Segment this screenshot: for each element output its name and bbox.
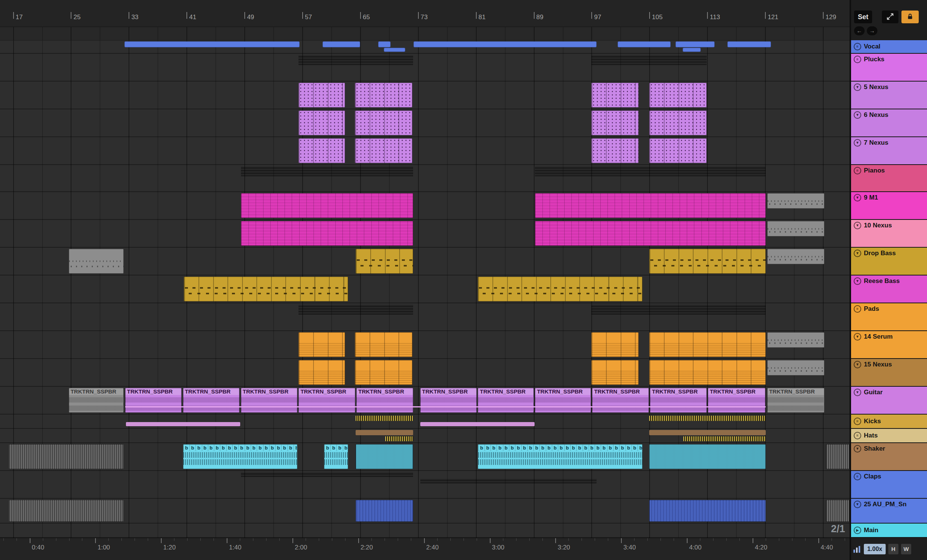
menu-icon[interactable]: ≡ bbox=[854, 56, 861, 63]
clip-vocal[interactable] bbox=[322, 41, 360, 47]
clip-vocal[interactable] bbox=[378, 41, 391, 47]
clip-guitar[interactable]: TRKTRN_SSPBR bbox=[535, 388, 591, 413]
clip-guitar[interactable]: TRKTRN_SSPBR bbox=[356, 388, 413, 413]
height-zoom-button[interactable]: H bbox=[888, 544, 898, 554]
track-header-guitar[interactable]: ▼Guitar bbox=[851, 387, 927, 414]
forward-button[interactable]: → bbox=[867, 26, 877, 35]
clip-10-nexus[interactable] bbox=[241, 221, 413, 246]
menu-icon[interactable]: ≡ bbox=[854, 43, 861, 50]
clip-vocal[interactable] bbox=[413, 41, 597, 47]
clip-claps[interactable] bbox=[420, 479, 597, 483]
clip-guitar[interactable]: TRKTRN_SSPBR bbox=[69, 388, 124, 413]
set-button[interactable]: Set bbox=[854, 11, 872, 23]
fold-icon[interactable]: ▼ bbox=[854, 278, 861, 285]
clip-guitar[interactable]: TRKTRN_SSPBR bbox=[650, 388, 706, 413]
clip-guitar[interactable]: TRKTRN_SSPBR bbox=[241, 388, 297, 413]
clip-vocal[interactable] bbox=[384, 48, 405, 52]
fold-icon[interactable]: ▼ bbox=[854, 361, 861, 368]
clip-5-nexus[interactable] bbox=[298, 83, 345, 108]
clip-25-au-pm-sn[interactable] bbox=[356, 500, 413, 522]
clip-kicks[interactable] bbox=[356, 416, 413, 421]
clip-6-nexus[interactable] bbox=[591, 111, 638, 135]
clip-vocal[interactable] bbox=[676, 41, 714, 47]
fold-icon[interactable]: ▼ bbox=[854, 501, 861, 508]
menu-icon[interactable]: ≡ bbox=[854, 167, 861, 175]
clip-9-m1[interactable] bbox=[535, 193, 766, 218]
lock-button[interactable] bbox=[901, 11, 919, 23]
scrub-area[interactable] bbox=[0, 27, 849, 41]
clip-guitar[interactable]: TRKTRN_SSPBR bbox=[478, 388, 534, 413]
clip-14-serum[interactable] bbox=[355, 332, 412, 357]
track-header-vocal[interactable]: ≡Vocal bbox=[851, 40, 927, 54]
clip-guitar[interactable]: TRKTRN_SSPBR bbox=[125, 388, 182, 413]
clip-shaker[interactable] bbox=[649, 444, 766, 469]
bar-ruler[interactable]: 1725334149576573818997105113121129 bbox=[0, 0, 849, 27]
clip-25-au-pm-sn[interactable] bbox=[826, 500, 849, 522]
clip-14-serum[interactable] bbox=[298, 332, 345, 357]
track-header-claps[interactable]: ≡Claps bbox=[851, 471, 927, 499]
clip-15-nexus[interactable] bbox=[649, 360, 766, 385]
fold-icon[interactable]: ▼ bbox=[854, 111, 861, 119]
clip-10-nexus[interactable] bbox=[767, 221, 824, 237]
clip-7-nexus[interactable] bbox=[591, 138, 638, 163]
track-row-plucks[interactable] bbox=[0, 54, 849, 82]
track-header-9-m1[interactable]: ▼9 M1 bbox=[851, 192, 927, 220]
clip-hats[interactable] bbox=[684, 436, 766, 441]
clip-5-nexus[interactable] bbox=[591, 83, 638, 108]
clip-shaker[interactable] bbox=[9, 444, 124, 469]
clip-guitar[interactable]: TRKTRN_SSPBR bbox=[592, 388, 649, 413]
clip-reese-bass[interactable] bbox=[478, 277, 642, 301]
clip-drop-bass[interactable] bbox=[356, 249, 413, 274]
clip-6-nexus[interactable] bbox=[298, 111, 345, 135]
clip-kicks[interactable] bbox=[126, 422, 240, 426]
clip-15-nexus[interactable] bbox=[298, 360, 345, 385]
track-header-pads[interactable]: ≡Pads bbox=[851, 303, 927, 331]
clip-guitar[interactable]: TRKTRN_SSPBR bbox=[298, 388, 355, 413]
clip-pads[interactable] bbox=[591, 305, 766, 314]
fold-icon[interactable]: ▼ bbox=[854, 83, 861, 91]
track-header-drop-bass[interactable]: ▼Drop Bass bbox=[851, 248, 927, 276]
clip-shaker[interactable]: bbbbbbbbbbbbbbbbbbb bbox=[183, 444, 297, 469]
clip-7-nexus[interactable] bbox=[649, 138, 706, 163]
clip-10-nexus[interactable] bbox=[535, 221, 766, 246]
menu-icon[interactable]: ≡ bbox=[854, 473, 861, 480]
clip-vocal[interactable] bbox=[125, 41, 299, 47]
clip-guitar[interactable]: TRKTRN_SSPBR bbox=[767, 388, 824, 413]
clip-5-nexus[interactable] bbox=[649, 83, 706, 108]
track-header-10-nexus[interactable]: ▼10 Nexus bbox=[851, 220, 927, 248]
clip-shaker[interactable]: bbbbbbbbbbbbbbbbbbbbbbbbbbbb bbox=[478, 444, 642, 469]
arrangement-grid[interactable]: TRKTRN_SSPBRTRKTRN_SSPBRTRKTRN_SSPBRTRKT… bbox=[0, 27, 849, 538]
track-header-reese-bass[interactable]: ▼Reese Bass bbox=[851, 276, 927, 303]
track-header-15-nexus[interactable]: ▼15 Nexus bbox=[851, 359, 927, 387]
clip-25-au-pm-sn[interactable] bbox=[9, 500, 124, 522]
fold-icon[interactable]: ▼ bbox=[854, 139, 861, 147]
clip-guitar[interactable]: TRKTRN_SSPBR bbox=[420, 388, 477, 413]
clip-drop-bass[interactable] bbox=[767, 249, 824, 264]
clip-15-nexus[interactable] bbox=[591, 360, 638, 385]
track-header-14-serum[interactable]: ▼14 Serum bbox=[851, 331, 927, 359]
clip-14-serum[interactable] bbox=[649, 332, 766, 357]
menu-icon[interactable]: ≡ bbox=[854, 305, 861, 313]
width-zoom-button[interactable]: W bbox=[901, 544, 911, 554]
track-row-7-nexus[interactable] bbox=[0, 137, 849, 165]
clip-drop-bass[interactable] bbox=[69, 249, 124, 274]
track-header-shaker[interactable]: ▼Shaker bbox=[851, 443, 927, 471]
menu-icon[interactable]: ≡ bbox=[854, 432, 861, 439]
zoom-level[interactable]: 1.00x bbox=[864, 544, 886, 554]
track-header-plucks[interactable]: ≡Plucks bbox=[851, 54, 927, 82]
clip-hats[interactable] bbox=[385, 436, 413, 441]
expand-button[interactable] bbox=[882, 11, 898, 23]
clip-6-nexus[interactable] bbox=[649, 111, 706, 135]
clip-shaker[interactable] bbox=[356, 444, 413, 469]
clip-plucks[interactable] bbox=[591, 55, 706, 65]
track-header-5-nexus[interactable]: ▼5 Nexus bbox=[851, 82, 927, 109]
fold-icon[interactable]: ▼ bbox=[854, 222, 861, 229]
clip-9-m1[interactable] bbox=[241, 193, 413, 218]
clip-vocal[interactable] bbox=[618, 41, 671, 47]
time-ruler[interactable]: 0:401:001:201:402:002:202:403:003:203:40… bbox=[0, 538, 849, 560]
clip-drop-bass[interactable] bbox=[649, 249, 766, 274]
clip-9-m1[interactable] bbox=[767, 193, 824, 209]
track-header-main[interactable]: ▶Main bbox=[851, 524, 927, 538]
track-row-5-nexus[interactable] bbox=[0, 82, 849, 109]
clip-pads[interactable] bbox=[298, 305, 413, 314]
